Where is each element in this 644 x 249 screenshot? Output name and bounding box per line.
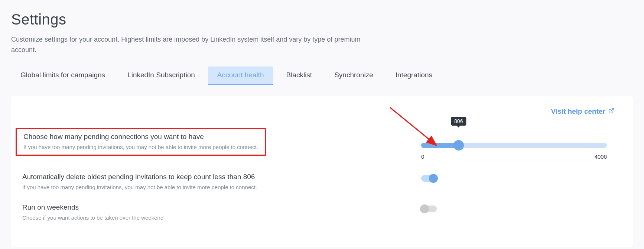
- pending-connections-control: 806 0 4000: [421, 128, 614, 160]
- auto-delete-row: Automatically delete oldest pending invi…: [22, 167, 614, 198]
- auto-delete-title: Automatically delete oldest pending invi…: [22, 173, 257, 181]
- slider-value-tooltip: 806: [451, 117, 466, 126]
- page-title: Settings: [11, 11, 633, 28]
- tabs-bar: Global limits for campaignsLinkedIn Subs…: [11, 67, 633, 85]
- settings-panel: Visit help center Choose how many pendin…: [11, 96, 633, 247]
- slider-track[interactable]: [421, 143, 607, 148]
- help-link-label: Visit help center: [551, 107, 605, 116]
- pending-connections-title: Choose how many pending connections you …: [23, 133, 258, 141]
- pending-connections-row: Choose how many pending connections you …: [22, 107, 614, 167]
- pending-connections-description: If you have too many pending invitations…: [23, 144, 258, 150]
- slider-min-label: 0: [421, 153, 424, 160]
- visit-help-center-link[interactable]: Visit help center: [551, 107, 614, 116]
- pending-connections-slider[interactable]: 806 0 4000: [421, 128, 607, 160]
- slider-fill: [421, 143, 459, 148]
- slider-max-label: 4000: [595, 153, 607, 160]
- tab-blacklist[interactable]: Blacklist: [277, 67, 321, 85]
- toggle-knob: [429, 174, 438, 183]
- weekends-title: Run on weekends: [22, 203, 163, 211]
- tab-integrations[interactable]: Integrations: [386, 67, 442, 85]
- tab-account-health[interactable]: Account health: [208, 67, 273, 85]
- tab-global-limits-for-campaigns[interactable]: Global limits for campaigns: [11, 67, 114, 85]
- weekends-control: [421, 203, 614, 212]
- highlight-annotation-box: Choose how many pending connections you …: [16, 128, 266, 156]
- auto-delete-toggle[interactable]: [421, 175, 437, 182]
- toggle-knob: [420, 204, 429, 213]
- tab-synchronize[interactable]: Synchronize: [325, 67, 383, 85]
- auto-delete-control: [421, 173, 614, 182]
- weekends-toggle[interactable]: [421, 206, 437, 212]
- page-subtitle: Customize settings for your account. Hig…: [11, 35, 375, 55]
- tab-linkedin-subscription[interactable]: LinkedIn Subscription: [118, 67, 204, 85]
- weekends-row: Run on weekends Choose if you want actio…: [22, 198, 614, 228]
- svg-line-0: [611, 109, 614, 111]
- auto-delete-description: If you have too many pending invitations…: [22, 184, 257, 190]
- weekends-description: Choose if you want actions to be taken o…: [22, 214, 163, 221]
- slider-thumb[interactable]: [453, 140, 464, 151]
- external-link-icon: [608, 107, 614, 116]
